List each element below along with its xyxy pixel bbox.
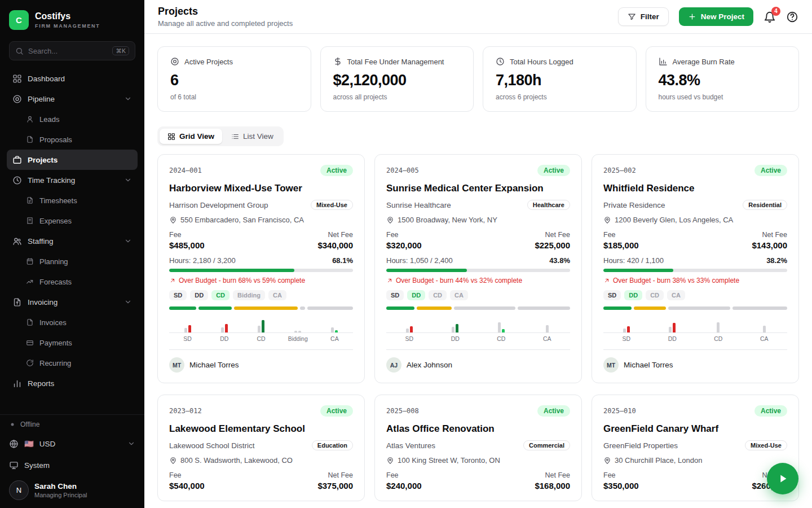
project-code: 2023–012 bbox=[169, 407, 202, 415]
fee-value: $485,000 bbox=[169, 240, 205, 250]
sidebar-item-timesheets[interactable]: Timesheets bbox=[7, 190, 138, 211]
sidebar: C Costifys FIRM MANAGEMENT Search... ⌘K … bbox=[0, 0, 144, 508]
sidebar-item-forecasts[interactable]: Forecasts bbox=[7, 271, 138, 292]
sidebar-item-dashboard[interactable]: Dashboard bbox=[7, 68, 138, 89]
map-pin-icon bbox=[603, 457, 611, 465]
chart-label: CA bbox=[742, 335, 788, 342]
forecasts-icon bbox=[26, 278, 34, 286]
phase-badges: SDDDCDCA bbox=[603, 290, 787, 300]
phase-segment bbox=[307, 306, 353, 310]
sidebar-item-label: Leads bbox=[39, 115, 59, 124]
assistant-fab-button[interactable] bbox=[767, 463, 798, 494]
sidebar-item-projects[interactable]: Projects bbox=[7, 150, 138, 170]
owner-name: Michael Torres bbox=[189, 361, 239, 369]
list-view-button[interactable]: List View bbox=[223, 129, 281, 144]
brand-logo: C bbox=[9, 10, 29, 30]
projects-icon bbox=[12, 155, 22, 165]
chart-bar-group bbox=[603, 318, 650, 332]
fee-label: Fee bbox=[169, 231, 205, 239]
chart-label: CA bbox=[316, 335, 353, 342]
system-menu-item[interactable]: System bbox=[9, 454, 135, 476]
new-project-button[interactable]: New Project bbox=[679, 7, 753, 26]
client-name: Atlas Ventures bbox=[386, 441, 435, 450]
chart-bar bbox=[188, 325, 191, 332]
progress-fill bbox=[386, 269, 467, 272]
sidebar-item-payments[interactable]: Payments bbox=[7, 332, 138, 353]
sidebar-item-recurring[interactable]: Recurring bbox=[7, 353, 138, 373]
chart-bar-group bbox=[695, 318, 742, 332]
phase-segment bbox=[518, 306, 570, 310]
progress-bar bbox=[603, 269, 787, 272]
sidebar-item-leads[interactable]: Leads bbox=[7, 109, 138, 129]
plus-icon bbox=[688, 12, 696, 21]
stat-value: $2,120,000 bbox=[333, 72, 461, 89]
stats-row: Active Projects6of 6 totalTotal Fee Unde… bbox=[157, 46, 799, 112]
project-address: 1500 Broadway, New York, NY bbox=[398, 216, 497, 224]
project-card-atlas-office-renovation[interactable]: 2025–008ActiveAtlas Office RenovationAtl… bbox=[374, 395, 582, 501]
view-toggle: Grid View List View bbox=[157, 126, 284, 146]
stat-subtext: hours used vs budget bbox=[659, 93, 787, 101]
chart-bar bbox=[294, 331, 297, 332]
category-badge: Residential bbox=[743, 200, 787, 210]
hours-percent: 68.1% bbox=[332, 256, 353, 265]
fee-label: Fee bbox=[169, 471, 205, 479]
hours-text: Hours: 2,180 / 3,200 bbox=[169, 256, 236, 265]
chart-bar bbox=[623, 329, 626, 332]
project-code: 2025–010 bbox=[603, 407, 636, 415]
stat-subtext: across 6 projects bbox=[496, 93, 624, 101]
hours-text: Hours: 420 / 1,100 bbox=[603, 256, 664, 265]
sidebar-item-label: Planning bbox=[39, 257, 68, 266]
project-card-lakewood-elementary-school[interactable]: 2023–012ActiveLakewood Elementary School… bbox=[157, 395, 365, 501]
project-card-whitfield-residence[interactable]: 2025–002ActiveWhitfield ResidencePrivate… bbox=[592, 154, 799, 383]
net-fee-label: Net Fee bbox=[535, 231, 570, 239]
chart-bar-group bbox=[433, 318, 479, 332]
phase-mini-chart: SDDDCDCA bbox=[386, 318, 570, 342]
category-badge: Commercial bbox=[523, 440, 570, 450]
chart-bar bbox=[546, 325, 549, 332]
chart-bar-group bbox=[650, 318, 696, 332]
help-button[interactable] bbox=[786, 11, 798, 23]
notifications-button[interactable]: 4 bbox=[764, 11, 776, 23]
phase-segment bbox=[386, 306, 414, 310]
search-input[interactable]: Search... ⌘K bbox=[9, 41, 135, 60]
project-card-harborview-mixed-use-tower[interactable]: 2024–001ActiveHarborview Mixed-Use Tower… bbox=[157, 154, 365, 383]
sidebar-item-invoices[interactable]: Invoices bbox=[7, 312, 138, 332]
sidebar-item-planning[interactable]: Planning bbox=[7, 251, 138, 271]
user-menu[interactable]: N Sarah Chen Managing Principal bbox=[9, 480, 135, 500]
help-circle-icon bbox=[786, 11, 798, 23]
stat-subtext: of 6 total bbox=[170, 93, 298, 101]
phase-badge: CA bbox=[450, 290, 468, 300]
sidebar-item-staffing[interactable]: Staffing bbox=[7, 231, 138, 251]
sidebar-item-label: Payments bbox=[39, 339, 72, 347]
filter-button[interactable]: Filter bbox=[618, 7, 669, 26]
phase-mini-chart: SDDDCDCA bbox=[603, 318, 787, 342]
currency-selector[interactable]: 🇺🇸 USD bbox=[9, 433, 135, 454]
project-card-sunrise-medical-center-expansion[interactable]: 2024–005ActiveSunrise Medical Center Exp… bbox=[374, 154, 582, 383]
chevron-down-icon bbox=[127, 440, 135, 448]
chart-label: DD bbox=[650, 335, 696, 342]
sidebar-item-invoicing[interactable]: Invoicing bbox=[7, 292, 138, 312]
clock-icon bbox=[496, 57, 505, 66]
phase-badge: SD bbox=[386, 290, 404, 300]
project-name: Sunrise Medical Center Expansion bbox=[386, 183, 570, 194]
sidebar-item-time-tracking[interactable]: Time Tracking bbox=[7, 170, 138, 190]
project-name: Harborview Mixed-Use Tower bbox=[169, 183, 353, 194]
page-subtitle: Manage all active and completed projects bbox=[158, 19, 293, 28]
sidebar-item-pipeline[interactable]: Pipeline bbox=[7, 89, 138, 109]
sidebar-item-label: Timesheets bbox=[39, 196, 77, 205]
brand[interactable]: C Costifys FIRM MANAGEMENT bbox=[0, 0, 144, 38]
sidebar-item-expenses[interactable]: Expenses bbox=[7, 211, 138, 231]
project-code: 2025–002 bbox=[603, 167, 636, 174]
chart-bar bbox=[221, 327, 224, 332]
sidebar-item-proposals[interactable]: Proposals bbox=[7, 129, 138, 150]
offline-status: Offline bbox=[9, 419, 135, 433]
sidebar-item-reports[interactable]: Reports bbox=[7, 373, 138, 393]
project-code: 2024–001 bbox=[169, 167, 202, 174]
currency-code: USD bbox=[39, 440, 56, 448]
grid-view-button[interactable]: Grid View bbox=[160, 129, 222, 144]
leads-icon bbox=[26, 115, 34, 123]
chart-label: DD bbox=[206, 335, 242, 342]
net-fee-value: $143,000 bbox=[752, 240, 787, 250]
phase-badge: CA bbox=[667, 290, 685, 300]
chart-bar bbox=[298, 331, 301, 332]
